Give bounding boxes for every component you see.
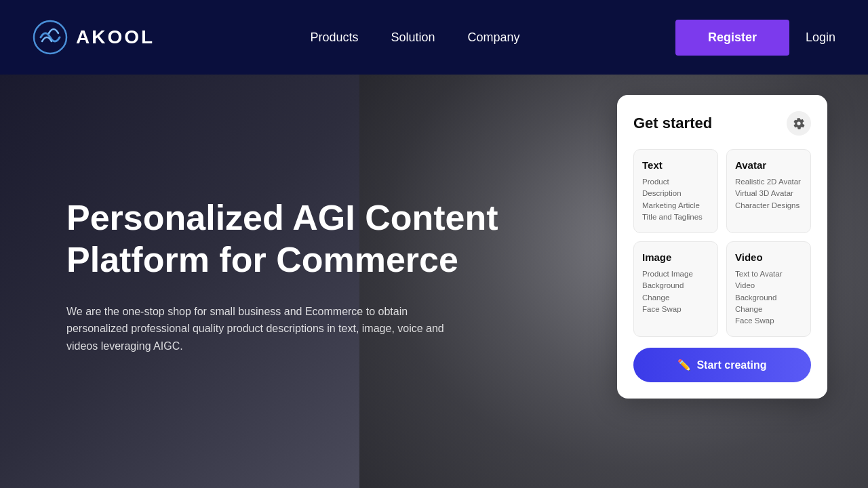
hero-section: Personalized AGI Content Platform for Co… [0,75,868,488]
option-video[interactable]: Video Text to Avatar Video Background Ch… [726,241,811,337]
register-button[interactable]: Register [675,20,789,56]
option-text[interactable]: Text Product Description Marketing Artic… [633,149,718,233]
hero-content: Personalized AGI Content Platform for Co… [66,197,498,355]
settings-button[interactable] [787,111,811,136]
option-video-title: Video [735,251,802,263]
card-title: Get started [633,115,712,132]
option-video-detail: Text to Avatar Video Background Change F… [735,268,802,327]
option-text-title: Text [642,159,709,171]
nav-products[interactable]: Products [310,30,358,45]
logo-icon [33,20,68,55]
login-button[interactable]: Login [806,30,835,45]
option-image[interactable]: Image Product Image Background Change Fa… [633,241,718,337]
hero-description: We are the one-stop shop for small busin… [66,303,460,355]
nav-company[interactable]: Company [468,30,520,45]
start-creating-button[interactable]: ✏️ Start creating [633,348,811,382]
option-text-detail: Product Description Marketing Article Ti… [642,176,709,223]
header-actions: Register Login [675,20,835,56]
logo[interactable]: AKOOL [33,20,155,55]
options-grid: Text Product Description Marketing Artic… [633,149,811,337]
option-avatar[interactable]: Avatar Realistic 2D Avatar Virtual 3D Av… [726,149,811,233]
header: AKOOL Products Solution Company Register… [0,0,868,75]
logo-text: AKOOL [76,26,155,48]
start-creating-label: Start creating [696,359,766,371]
option-image-title: Image [642,251,709,263]
hero-title: Personalized AGI Content Platform for Co… [66,197,498,281]
nav-solution[interactable]: Solution [391,30,435,45]
get-started-card: Get started Text Product Description Mar… [617,95,827,399]
card-header: Get started [633,111,811,136]
option-avatar-title: Avatar [735,159,802,171]
gear-icon [793,117,805,129]
main-nav: Products Solution Company [310,30,519,45]
option-avatar-detail: Realistic 2D Avatar Virtual 3D Avatar Ch… [735,176,802,211]
option-image-detail: Product Image Background Change Face Swa… [642,268,709,315]
pencil-icon: ✏️ [677,359,691,371]
